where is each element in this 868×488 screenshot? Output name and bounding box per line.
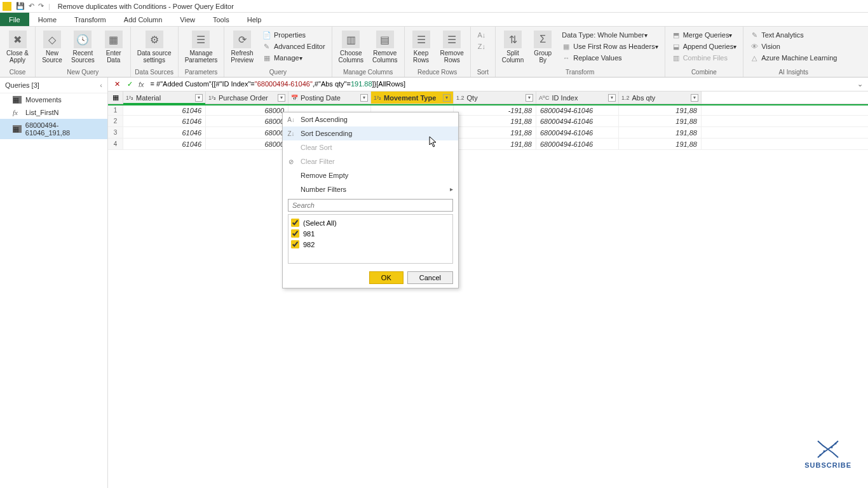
row-number: 3 [108,127,123,138]
merge-queries-button[interactable]: ⬒Merge Queries ▾ [669,29,740,41]
text-analytics-button[interactable]: ✎Text Analytics [747,29,839,41]
queries-pane: Queries [3] ‹ ▦MovementsfxList_FirstN▦68… [0,78,108,488]
keep-rows-button[interactable]: ☰KeepRows [409,29,434,65]
filter-value-981[interactable]: 981 [291,228,450,239]
split-column-button[interactable]: ⇅SplitColumn [499,29,526,65]
table-row[interactable]: 46104668000191,8868000494-61046191,88 [108,139,868,150]
number-filters-item[interactable]: Number Filters [283,182,458,196]
row-number: 2 [108,116,123,126]
query-item-68000494-61046-191-88[interactable]: ▦68000494-61046_191,88 [0,119,107,139]
column-header-qty[interactable]: 1.2Qty▾ [454,92,536,104]
tab-home[interactable]: Home [29,13,65,26]
group-reduce-rows: ☰KeepRows ☰RemoveRows Reduce Rows [405,27,471,77]
column-header-material[interactable]: 1²₃Material▾ [123,92,206,104]
column-filter-icon[interactable]: ▾ [691,94,698,102]
group-sort-label: Sort [475,67,491,77]
filter-search-input[interactable] [288,199,453,212]
group-close-label: Close [4,67,31,77]
tab-file[interactable]: File [0,13,29,26]
remove-empty-item[interactable]: Remove Empty [283,168,458,182]
column-filter-icon[interactable]: ▾ [608,94,616,102]
remove-rows-button[interactable]: ☰RemoveRows [438,29,466,65]
group-by-button[interactable]: ΣGroupBy [530,29,555,65]
first-row-headers-button[interactable]: ▦Use First Row as Headers ▾ [559,41,660,52]
column-filter-icon[interactable]: ▾ [195,94,203,102]
group-parameters-label: Parameters [182,67,220,77]
sort-descending-item[interactable]: Z↓Sort Descending [283,126,458,140]
column-header-purchase-order[interactable]: 1²₃Purchase Order▾ [206,92,288,104]
column-header-posting-date[interactable]: 📅Posting Date▾ [288,92,371,104]
filter-values-list: (Select All) 981982 [288,214,453,264]
table-row[interactable]: 36104668000191,8868000494-61046191,88 [108,127,868,139]
combine-files-button[interactable]: ▥Combine Files [669,52,740,64]
sort-desc-button[interactable]: Z↓ [475,41,491,52]
queries-title: Queries [3] [5,81,39,89]
new-source-button[interactable]: ◇NewSource [39,29,65,65]
grid-body: 16104668000-191,8868000494-61046191,8826… [108,104,868,150]
row-number: 4 [108,139,123,149]
group-reduce-rows-label: Reduce Rows [409,67,466,77]
column-filter-icon[interactable]: ▾ [443,94,451,102]
tab-view[interactable]: View [171,13,204,26]
close-apply-label: Close &Apply [6,50,29,64]
undo-icon[interactable]: ↶ [29,2,34,10]
close-apply-button[interactable]: ✖Close &Apply [4,29,31,65]
append-queries-button[interactable]: ⬓Append Queries ▾ [669,41,740,52]
manage-button[interactable]: ▦Manage ▾ [260,52,328,64]
formula-accept-icon[interactable]: ✓ [123,80,136,88]
recent-sources-button[interactable]: 🕓RecentSources [69,29,97,65]
column-header-id-index[interactable]: AᴮCID Index▾ [536,92,619,104]
group-query-label: Query [228,67,327,77]
tab-tools[interactable]: Tools [204,13,238,26]
remove-columns-button[interactable]: ▤RemoveColumns [370,29,400,65]
rownum-header-icon[interactable]: ▦ [108,92,123,104]
sort-ascending-item[interactable]: A↓Sort Ascending [283,112,458,126]
group-manage-columns-label: Manage Columns [336,67,400,77]
manage-parameters-button[interactable]: ☰ManageParameters [182,29,220,65]
filter-value-982[interactable]: 982 [291,239,450,250]
collapse-queries-icon[interactable]: ‹ [100,81,102,89]
azure-ml-button[interactable]: △Azure Machine Learning [747,52,839,64]
column-filter-icon[interactable]: ▾ [360,94,368,102]
group-data-sources-label: Data Sources [135,67,174,77]
column-header-movement-type[interactable]: 1²₃Movement Type▾ [371,92,454,104]
table-row[interactable]: 16104668000-191,8868000494-61046191,88 [108,104,868,116]
vision-button[interactable]: 👁Vision [747,41,839,52]
filter-ok-button[interactable]: OK [369,271,403,284]
group-ai: ✎Text Analytics 👁Vision △Azure Machine L… [743,27,843,77]
formula-cancel-icon[interactable]: ✕ [111,80,123,88]
formula-input[interactable]: = #"Added Custom"{[#"ID Index"="68000494… [147,80,854,88]
enter-data-button[interactable]: ▦EnterData [101,29,126,65]
formula-expand-icon[interactable]: ⌄ [854,80,865,88]
app-icon [3,2,11,11]
svg-point-3 [835,443,837,445]
data-type-button[interactable]: Data Type: Whole Number ▾ [559,29,660,41]
row-number: 1 [108,105,123,115]
data-source-settings-button[interactable]: ⚙Data sourcesettings [135,29,174,65]
redo-icon[interactable]: ↷ [38,2,44,10]
advanced-editor-button[interactable]: ✎Advanced Editor [260,41,328,52]
group-new-query: ◇NewSource 🕓RecentSources ▦EnterData New… [36,27,131,77]
grid-header: ▦ 1²₃Material▾1²₃Purchase Order▾📅Posting… [108,92,868,104]
replace-values-button[interactable]: ↔Replace Values [559,52,660,64]
refresh-preview-button[interactable]: ⟳RefreshPreview [228,29,256,65]
column-filter-icon[interactable]: ▾ [526,94,533,102]
group-data-sources: ⚙Data sourcesettings Data Sources [131,27,179,77]
tab-add-column[interactable]: Add Column [115,13,172,26]
tab-help[interactable]: Help [238,13,271,26]
group-combine-label: Combine [669,67,740,77]
type-icon: 1²₃ [374,95,381,101]
clear-filter-item: ⊘Clear Filter [283,154,458,168]
sort-asc-button[interactable]: A↓ [475,29,491,41]
filter-select-all[interactable]: (Select All) [291,217,450,228]
table-row[interactable]: 26104668000191,8868000494-61046191,88 [108,116,868,127]
column-header-abs-qty[interactable]: 1.2Abs qty▾ [619,92,702,104]
choose-columns-button[interactable]: ▥ChooseColumns [336,29,366,65]
save-icon[interactable]: 💾 [16,2,25,10]
properties-button[interactable]: 📄Properties [260,29,328,41]
tab-transform[interactable]: Transform [65,13,115,26]
column-filter-icon[interactable]: ▾ [278,94,285,102]
query-item-list-firstn[interactable]: fxList_FirstN [0,106,107,119]
query-item-movements[interactable]: ▦Movements [0,93,107,106]
filter-cancel-button[interactable]: Cancel [407,271,453,284]
